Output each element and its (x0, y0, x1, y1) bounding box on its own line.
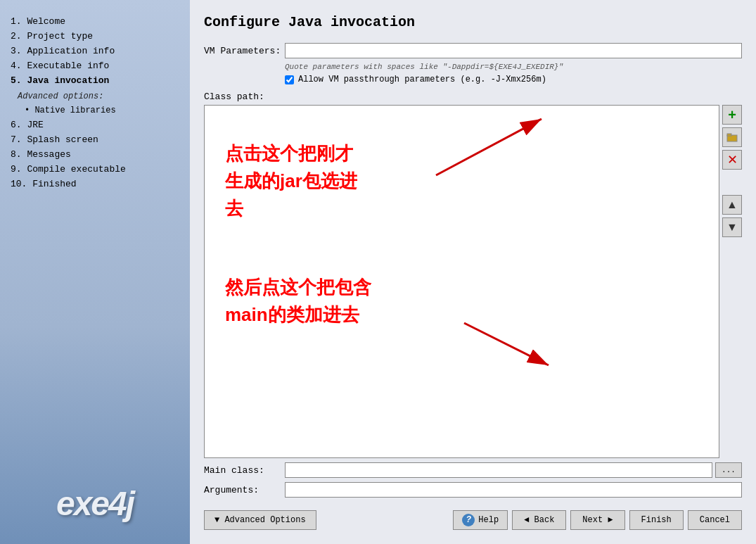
help-icon: ? (462, 514, 475, 526)
sidebar-item-java-invocation[interactable]: 5. Java invocation (11, 73, 179, 88)
vm-params-row: VM Parameters: (204, 43, 742, 58)
move-down-button[interactable]: ▼ (722, 217, 742, 237)
sidebar-item-welcome[interactable]: 1. Welcome (11, 14, 179, 29)
allow-vm-checkbox[interactable] (285, 75, 294, 84)
classpath-section: 点击这个把刚才生成的jar包选进去 (204, 105, 742, 458)
vm-params-input[interactable] (285, 43, 742, 58)
move-up-button[interactable]: ▲ (722, 195, 742, 215)
advanced-options-button[interactable]: ▼ Advanced Options (204, 510, 316, 530)
main-class-row: Main class: ... (204, 462, 742, 478)
add-classpath-button[interactable]: + (722, 105, 742, 125)
sidebar-item-messages[interactable]: 8. Messages (11, 147, 179, 162)
vm-params-label: VM Parameters: (204, 46, 285, 56)
delete-classpath-button[interactable]: ✕ (722, 150, 742, 170)
edit-classpath-button[interactable] (722, 127, 742, 147)
folder-icon (726, 132, 738, 143)
sidebar-item-compile[interactable]: 9. Compile executable (11, 162, 179, 177)
vm-params-hint: Quote parameters with spaces like "-Dapp… (285, 63, 742, 71)
allow-vm-row: Allow VM passthrough parameters (e.g. -J… (285, 75, 742, 84)
help-button[interactable]: ? Help (453, 510, 508, 530)
form-section: VM Parameters: Quote parameters with spa… (204, 43, 742, 502)
sidebar-advanced-label: Advanced options: (11, 89, 179, 103)
sidebar-nav: 1. Welcome 2. Project type 3. Applicatio… (11, 14, 179, 191)
bottom-buttons: ▼ Advanced Options ? Help ◄ Back Next ► … (204, 510, 742, 530)
classpath-label: Class path: (204, 91, 742, 102)
sidebar-item-native-libraries[interactable]: • Native libraries (11, 103, 179, 118)
main-panel: Configure Java invocation VM Parameters:… (190, 0, 756, 544)
main-class-label: Main class: (204, 465, 285, 476)
cancel-button[interactable]: Cancel (688, 510, 742, 530)
allow-vm-label: Allow VM passthrough parameters (e.g. -J… (298, 75, 546, 84)
classpath-buttons: + ✕ ▲ ▼ (722, 105, 742, 458)
sidebar-item-finished[interactable]: 10. Finished (11, 177, 179, 191)
browse-main-class-button[interactable]: ... (715, 462, 742, 478)
arguments-row: Arguments: (204, 482, 742, 498)
classpath-inner: 点击这个把刚才生成的jar包选进去 (204, 105, 742, 458)
help-label: Help (478, 515, 499, 525)
sidebar-item-project-type[interactable]: 2. Project type (11, 29, 179, 44)
svg-rect-5 (727, 134, 731, 136)
arguments-label: Arguments: (204, 485, 285, 495)
back-button[interactable]: ◄ Back (512, 510, 566, 530)
sidebar-item-executable-info[interactable]: 4. Executable info (11, 58, 179, 73)
sidebar-item-splash-screen[interactable]: 7. Splash screen (11, 132, 179, 147)
page-title: Configure Java invocation (204, 14, 742, 30)
app-logo: exe4j (11, 484, 179, 530)
sidebar: 1. Welcome 2. Project type 3. Applicatio… (0, 0, 190, 544)
classpath-textarea[interactable] (204, 105, 719, 458)
sidebar-item-jre[interactable]: 6. JRE (11, 118, 179, 132)
sidebar-item-application-info[interactable]: 3. Application info (11, 44, 179, 58)
next-button[interactable]: Next ► (570, 510, 624, 530)
nav-buttons: ? Help ◄ Back Next ► Finish Cancel (453, 510, 742, 530)
finish-button[interactable]: Finish (629, 510, 684, 530)
spacer (722, 172, 742, 192)
main-class-input[interactable] (285, 462, 712, 478)
arguments-input[interactable] (285, 482, 742, 498)
